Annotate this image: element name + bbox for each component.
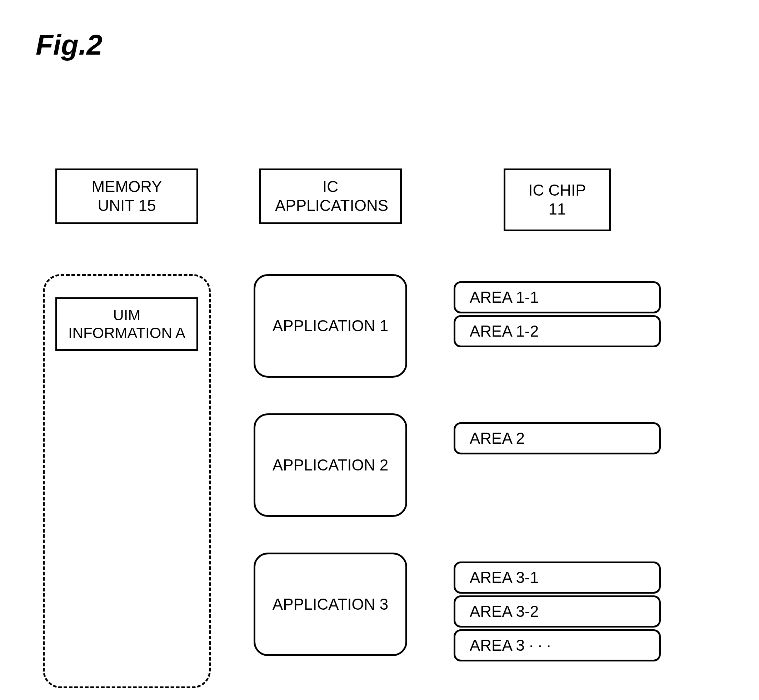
figure-title: Fig.2: [36, 28, 716, 61]
area-3-1-box: AREA 3-1: [454, 561, 661, 594]
area-2-box: AREA 2: [454, 422, 661, 455]
chip-areas-stack: AREA 1-1 AREA 1-2 AREA 2 AREA 3-1 AREA 3…: [454, 281, 661, 661]
applications-stack: APPLICATION 1 APPLICATION 2 APPLICATION …: [254, 274, 407, 656]
chip-area-group-2: AREA 2: [454, 422, 661, 455]
chip-area-group-1: AREA 1-1 AREA 1-2: [454, 281, 661, 347]
memory-header: MEMORY UNIT 15: [55, 169, 198, 224]
memory-column: MEMORY UNIT 15 UIM INFORMATION A: [43, 169, 211, 688]
application-3-box: APPLICATION 3: [254, 553, 407, 656]
diagram-container: MEMORY UNIT 15 UIM INFORMATION A IC APPL…: [43, 169, 716, 688]
applications-header: IC APPLICATIONS: [259, 169, 402, 224]
area-1-1-box: AREA 1-1: [454, 281, 661, 313]
application-1-box: APPLICATION 1: [254, 274, 407, 378]
applications-column: IC APPLICATIONS APPLICATION 1 APPLICATIO…: [246, 169, 414, 656]
area-3-2-box: AREA 3-2: [454, 595, 661, 628]
memory-unit-container: UIM INFORMATION A: [43, 274, 211, 688]
application-2-box: APPLICATION 2: [254, 413, 407, 517]
chip-area-group-3: AREA 3-1 AREA 3-2 AREA 3 · · ·: [454, 561, 661, 661]
chip-header: IC CHIP 11: [504, 169, 611, 231]
uim-information-box: UIM INFORMATION A: [55, 297, 198, 351]
chip-column: IC CHIP 11 AREA 1-1 AREA 1-2 AREA 2 AREA…: [450, 169, 664, 661]
area-1-2-box: AREA 1-2: [454, 315, 661, 347]
area-3-more-box: AREA 3 · · ·: [454, 629, 661, 661]
